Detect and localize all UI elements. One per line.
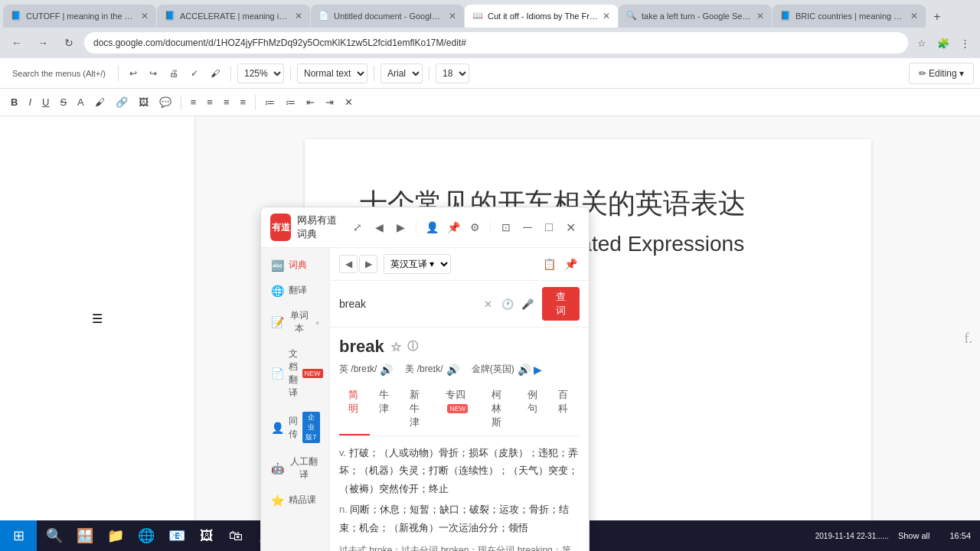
- dict-source-select[interactable]: 英汉互译 ▾: [384, 254, 451, 274]
- dict-resize-btn[interactable]: ⊡: [497, 218, 515, 236]
- dict-sound-us-icon[interactable]: 🔊: [446, 364, 459, 376]
- dict-sound-au-icon[interactable]: 🔊: [518, 364, 531, 376]
- taskbar-edge[interactable]: 🌐: [132, 522, 161, 549]
- dict-nav-rengong[interactable]: 🤖 人工翻译: [265, 451, 326, 486]
- dict-tab-liju[interactable]: 例句: [518, 383, 549, 435]
- tab-2-close[interactable]: ✕: [295, 11, 302, 21]
- print-button[interactable]: 🖨: [165, 64, 183, 83]
- dict-more-sound-icon[interactable]: ▶: [534, 364, 542, 376]
- dict-tab-collins[interactable]: 柯林斯: [482, 383, 519, 435]
- comment-button[interactable]: 💬: [155, 92, 176, 113]
- forward-button[interactable]: →: [32, 32, 54, 54]
- extension-icon[interactable]: 🧩: [934, 34, 952, 52]
- show-all-button[interactable]: Show all: [893, 530, 935, 542]
- dict-minimize-button[interactable]: ─: [518, 218, 537, 236]
- dict-info-icon[interactable]: ⓘ: [407, 340, 418, 354]
- dict-back-icon[interactable]: ◀: [370, 218, 388, 236]
- font-size-select[interactable]: 18: [436, 64, 469, 83]
- zoom-select[interactable]: 125%: [237, 64, 284, 83]
- highlight-button[interactable]: 🖌: [90, 92, 109, 113]
- tab-1[interactable]: 📘 CUTOFF | meaning in the Cam... ✕: [3, 5, 156, 28]
- taskbar-photos[interactable]: 🖼: [193, 522, 220, 549]
- taskbar-taskview[interactable]: 🪟: [70, 522, 100, 549]
- tab-5[interactable]: 🔍 take a left turn - Google Sear... ✕: [619, 5, 772, 28]
- settings-icon[interactable]: ⋮: [956, 34, 974, 52]
- dict-copy-icon[interactable]: 📋: [540, 255, 558, 273]
- taskbar-explorer[interactable]: 📁: [101, 522, 130, 549]
- dict-search-input[interactable]: [339, 298, 473, 310]
- font-select[interactable]: Arial: [381, 64, 423, 83]
- sidebar-toggle-icon[interactable]: ☰: [87, 308, 108, 329]
- dict-tab-xin-niujin[interactable]: 新牛津: [400, 383, 437, 435]
- tab-4[interactable]: 📖 Cut it off - Idioms by The Free... ✕: [465, 5, 618, 28]
- dict-next-button[interactable]: ▶: [359, 255, 377, 273]
- dict-translate-button[interactable]: 查 词: [542, 287, 580, 321]
- dict-phonetic-au-text: 金牌(英国): [472, 363, 514, 376]
- dict-user-icon[interactable]: 👤: [423, 218, 441, 236]
- dict-nav-jingpin[interactable]: ⭐ 精品课: [265, 489, 326, 511]
- text-color-button[interactable]: A: [73, 92, 89, 113]
- dict-nav-tongchuan[interactable]: 👤 同传 企业版7: [265, 407, 326, 448]
- bullet-list-button[interactable]: ≔: [281, 92, 300, 113]
- menu-search[interactable]: Search the menus (Alt+/): [6, 69, 112, 78]
- new-tab-button[interactable]: +: [926, 6, 948, 28]
- tab-3-close[interactable]: ✕: [449, 11, 456, 21]
- dict-sound-en-icon[interactable]: 🔊: [380, 364, 393, 376]
- align-left-button[interactable]: ≡: [186, 92, 201, 113]
- start-button[interactable]: ⊞: [0, 520, 37, 551]
- tab-6-close[interactable]: ✕: [910, 11, 918, 21]
- decrease-indent-button[interactable]: ⇤: [302, 92, 319, 113]
- strikethrough-button[interactable]: S: [55, 92, 71, 113]
- spellcheck-button[interactable]: ✓: [186, 64, 203, 83]
- dict-tab-jianming[interactable]: 简明: [339, 383, 370, 435]
- dict-history-icon[interactable]: 🕐: [499, 295, 516, 312]
- dict-pin-icon[interactable]: 📌: [444, 218, 462, 236]
- tab-4-close[interactable]: ✕: [603, 11, 610, 21]
- clear-format-button[interactable]: ✕: [340, 92, 358, 113]
- link-button[interactable]: 🔗: [111, 92, 132, 113]
- increase-indent-button[interactable]: ⇥: [321, 92, 338, 113]
- taskbar-store[interactable]: 🛍: [222, 522, 250, 549]
- paint-format-button[interactable]: 🖌: [206, 64, 224, 83]
- dict-nav-danci[interactable]: 📝 单词本 ●: [265, 305, 326, 340]
- tab-2[interactable]: 📘 ACCELERATE | meaning in the ... ✕: [157, 5, 310, 28]
- paragraph-style-select[interactable]: Normal text: [297, 64, 368, 83]
- dict-resize-icon[interactable]: ⤢: [348, 218, 367, 236]
- dict-prev-button[interactable]: ◀: [339, 255, 358, 273]
- undo-button[interactable]: ↩: [125, 64, 142, 83]
- italic-button[interactable]: I: [24, 92, 36, 113]
- tab-3[interactable]: 📄 Untitled document - Google ... ✕: [311, 5, 464, 28]
- tab-6[interactable]: 📘 BRIC countries | meaning of B... ✕: [773, 5, 926, 28]
- dict-tab-zhuansi[interactable]: 专四 NEW: [436, 383, 482, 435]
- bold-button[interactable]: B: [6, 92, 22, 113]
- tab-1-close[interactable]: ✕: [141, 11, 149, 21]
- dict-favorite-icon[interactable]: ☆: [390, 340, 401, 354]
- align-right-button[interactable]: ≡: [219, 92, 234, 113]
- dict-forward-icon[interactable]: ▶: [391, 218, 410, 236]
- dict-close-button[interactable]: ✕: [561, 218, 580, 236]
- refresh-button[interactable]: ↻: [58, 32, 80, 54]
- tab-5-close[interactable]: ✕: [756, 11, 764, 21]
- address-input[interactable]: [84, 32, 908, 54]
- align-center-button[interactable]: ≡: [202, 92, 217, 113]
- dict-settings-icon[interactable]: ⚙: [466, 218, 484, 236]
- numbered-list-button[interactable]: ≔: [260, 92, 279, 113]
- dict-nav-cidan[interactable]: 🔤 词典: [265, 254, 326, 276]
- dict-tab-baike[interactable]: 百科: [549, 383, 580, 435]
- image-button[interactable]: 🖼: [134, 92, 153, 113]
- dict-mic-icon[interactable]: 🎤: [519, 295, 536, 312]
- taskbar-mail[interactable]: 📧: [162, 522, 191, 549]
- dict-paste-icon[interactable]: 📌: [561, 255, 580, 273]
- underline-button[interactable]: U: [38, 92, 54, 113]
- taskbar-search[interactable]: 🔍: [40, 522, 69, 549]
- dict-maximize-button[interactable]: □: [540, 218, 558, 236]
- bookmark-icon[interactable]: ☆: [913, 34, 931, 52]
- dict-tab-niujin[interactable]: 牛津: [370, 383, 400, 435]
- justify-button[interactable]: ≡: [236, 92, 251, 113]
- redo-button[interactable]: ↪: [145, 64, 162, 83]
- dict-clear-icon[interactable]: ✕: [479, 295, 496, 312]
- dict-nav-fanyi[interactable]: 🌐 翻译: [265, 279, 326, 302]
- dict-nav-wendang[interactable]: 📄 文档翻译 NEW: [265, 343, 326, 404]
- back-button[interactable]: ←: [6, 32, 28, 54]
- editing-mode-button[interactable]: ✏ Editing ▾: [909, 63, 974, 84]
